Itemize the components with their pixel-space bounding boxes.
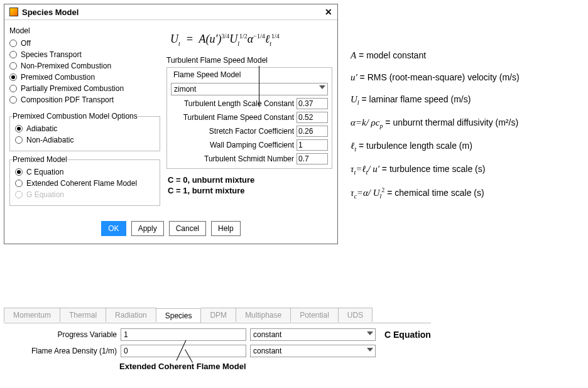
p3-label: Stretch Factor Coefficient bbox=[171, 127, 294, 136]
tab-uds[interactable]: UDS bbox=[339, 308, 373, 322]
equation-definitions: A = model constant u' = RMS (root-mean-s… bbox=[351, 49, 583, 210]
radio-adiabatic[interactable]: Adiabatic bbox=[15, 123, 155, 134]
radio-off[interactable]: Off bbox=[9, 38, 160, 49]
fad-input[interactable] bbox=[121, 345, 246, 357]
species-model-dialog: Species Model ✕ Model Off Species Transp… bbox=[4, 4, 338, 244]
p1-input[interactable] bbox=[297, 98, 328, 109]
tab-potential[interactable]: Potential bbox=[291, 308, 339, 322]
flame-speed-label: Flame Speed Model bbox=[173, 70, 328, 79]
radio-premixed[interactable]: Premixed Combustion bbox=[9, 72, 160, 83]
pv-input[interactable] bbox=[121, 328, 246, 341]
model-group-label: Model bbox=[9, 26, 160, 35]
p3-input[interactable] bbox=[297, 126, 328, 137]
radio-c-eq[interactable]: C Equation bbox=[15, 166, 155, 178]
ceq-annotation: C Equation bbox=[384, 330, 431, 340]
dialog-title: Species Model bbox=[22, 8, 79, 17]
pcmo-label: Premixed Combustion Model Options bbox=[13, 112, 138, 121]
model-radio-group: Off Species Transport Non-Premixed Combu… bbox=[9, 38, 160, 105]
fad-type-dropdown[interactable]: constant bbox=[250, 345, 376, 357]
cancel-button[interactable]: Cancel bbox=[169, 221, 206, 236]
tab-thermal[interactable]: Thermal bbox=[60, 308, 106, 322]
c0-text: C = 0, unburnt mixture bbox=[168, 175, 332, 185]
radio-g-eq: G Equation bbox=[15, 189, 155, 200]
species-panel: Progress Variable constant C Equation Fl… bbox=[4, 323, 431, 361]
tab-bar: Momentum Thermal Radiation Species DPM M… bbox=[4, 308, 373, 322]
p2-input[interactable] bbox=[297, 112, 328, 123]
radio-non-premixed[interactable]: Non-Premixed Combustion bbox=[9, 60, 160, 72]
pv-label: Progress Variable bbox=[4, 330, 117, 339]
fad-label: Flame Area Density (1/m) bbox=[4, 347, 117, 355]
help-button[interactable]: Help bbox=[211, 221, 241, 236]
ok-button[interactable]: OK bbox=[101, 221, 126, 236]
p4-input[interactable] bbox=[297, 139, 328, 151]
tab-dpm[interactable]: DPM bbox=[201, 308, 236, 322]
apply-button[interactable]: Apply bbox=[131, 221, 164, 236]
p5-label: Turbulent Schmidt Number bbox=[171, 154, 294, 163]
p1-label: Turbulent Length Scale Constant bbox=[171, 99, 294, 108]
chevron-down-icon bbox=[319, 85, 325, 89]
radio-non-adiabatic[interactable]: Non-Adiabatic bbox=[15, 134, 155, 146]
dialog-titlebar: Species Model ✕ bbox=[4, 4, 337, 20]
chevron-down-icon bbox=[367, 331, 373, 335]
p4-label: Wall Damping Coefficient bbox=[171, 141, 294, 149]
p2-label: Turbulent Flame Speed Constant bbox=[171, 113, 294, 122]
ecfm-annotation: Extended Coherent Flame Model bbox=[119, 362, 246, 371]
dialog-button-row: OK Apply Cancel Help bbox=[4, 215, 337, 244]
pm-fieldset: Premixed Model C Equation Extended Coher… bbox=[9, 155, 160, 206]
radio-partially-premixed[interactable]: Partially Premixed Combustion bbox=[9, 83, 160, 94]
flame-speed-box: Flame Speed Model zimont Turbulent Lengt… bbox=[166, 67, 332, 169]
tab-multiphase[interactable]: Multiphase bbox=[236, 308, 291, 322]
pv-type-dropdown[interactable]: constant bbox=[250, 328, 376, 341]
ut-equation: Ut = A(u')3/4Ul1/2α−1/4ℓt1/4 bbox=[170, 33, 332, 47]
radio-species-transport[interactable]: Species Transport bbox=[9, 49, 160, 60]
tab-radiation[interactable]: Radiation bbox=[106, 308, 156, 322]
tab-species[interactable]: Species bbox=[156, 308, 202, 323]
radio-ecfm[interactable]: Extended Coherent Flame Model bbox=[15, 178, 155, 189]
p5-input[interactable] bbox=[297, 153, 328, 164]
close-icon[interactable]: ✕ bbox=[325, 7, 332, 17]
radio-pdf-transport[interactable]: Composition PDF Transport bbox=[9, 94, 160, 105]
flame-group-label: Turbulent Flame Speed Model bbox=[166, 56, 332, 65]
pm-label: Premixed Model bbox=[13, 155, 67, 164]
app-icon bbox=[9, 8, 18, 16]
tab-momentum[interactable]: Momentum bbox=[4, 308, 60, 322]
pcmo-fieldset: Premixed Combustion Model Options Adiaba… bbox=[9, 112, 160, 151]
flame-speed-model-dropdown[interactable]: zimont bbox=[171, 83, 328, 95]
connector-line-1 bbox=[259, 66, 259, 107]
c1-text: C = 1, burnt mixture bbox=[168, 186, 332, 195]
chevron-down-icon bbox=[367, 348, 373, 352]
